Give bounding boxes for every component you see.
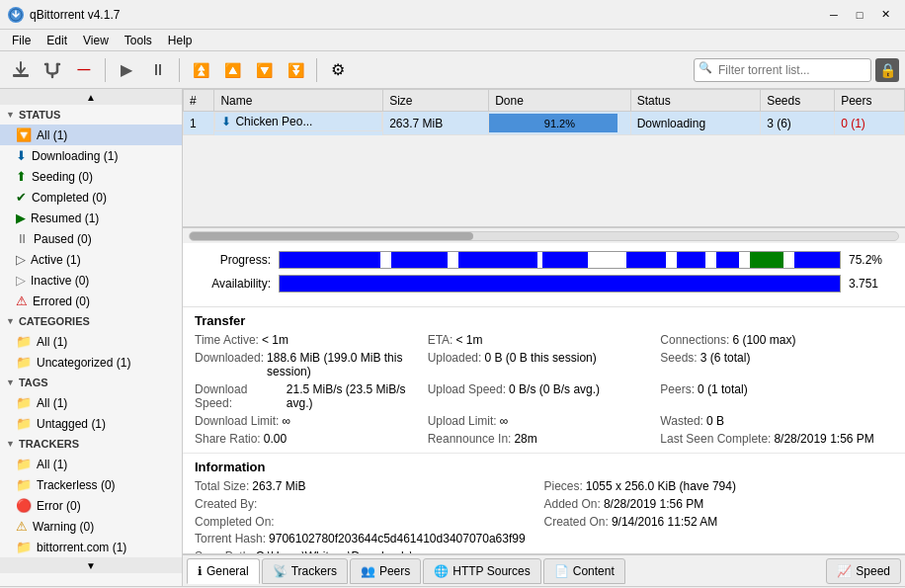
uncategorized-icon: 📁 — [16, 355, 32, 370]
horizontal-scrollbar[interactable] — [183, 227, 905, 243]
wasted-row: Wasted: 0 B — [660, 413, 893, 429]
col-size[interactable]: Size — [383, 90, 489, 112]
seeding-label: Seeding (0) — [32, 170, 93, 184]
ul-speed-label: Upload Speed: — [428, 382, 506, 396]
tags-section-header[interactable]: TAGS — [0, 373, 182, 392]
sidebar-item-tag-all[interactable]: 📁 All (1) — [0, 392, 182, 413]
options-button[interactable]: ⚙ — [323, 55, 353, 85]
add-magnet-button[interactable] — [38, 55, 67, 85]
dl-speed-value: 21.5 MiB/s (23.5 MiB/s avg.) — [287, 382, 428, 410]
inactive-label: Inactive (0) — [31, 274, 89, 288]
sidebar-item-all[interactable]: 🔽 All (1) — [0, 125, 182, 145]
hash-label: Torrent Hash: — [195, 532, 266, 546]
ul-speed-value: 0 B/s (0 B/s avg.) — [509, 382, 600, 396]
col-seeds[interactable]: Seeds — [761, 90, 835, 112]
tag-all-icon: 📁 — [16, 395, 32, 410]
seeds-label: Seeds: — [660, 351, 697, 365]
sidebar-item-trackerless[interactable]: 📁 Trackerless (0) — [0, 474, 182, 495]
hscroll-thumb[interactable] — [190, 232, 473, 240]
progress-label: Progress: — [195, 253, 279, 267]
sidebar-item-inactive[interactable]: ▷ Inactive (0) — [0, 270, 182, 291]
row-done: 91.2% — [489, 112, 631, 135]
torrent-list[interactable]: # Name Size Done Status Seeds Peers 1 ⬇ — [183, 89, 905, 227]
time-active-value: < 1m — [262, 333, 288, 347]
general-tab-icon: ℹ — [198, 564, 203, 578]
sidebar-item-paused[interactable]: ⏸ Paused (0) — [0, 228, 182, 249]
menu-help[interactable]: Help — [160, 32, 201, 49]
delete-button[interactable]: ─ — [69, 55, 99, 85]
tab-general[interactable]: ℹ General — [187, 558, 260, 584]
tracker-all-icon: 📁 — [16, 457, 32, 471]
sidebar-item-untagged[interactable]: 📁 Untagged (1) — [0, 413, 182, 434]
pause-button[interactable]: ⏸ — [143, 55, 173, 85]
info-title: Information — [195, 460, 893, 474]
pieces-value: 1055 x 256.0 KiB (have 794) — [586, 479, 736, 493]
toolbar-separator-1 — [105, 58, 106, 82]
status-section-header[interactable]: STATUS — [0, 105, 182, 125]
add-torrent-button[interactable] — [6, 55, 36, 85]
menu-file[interactable]: File — [4, 32, 39, 49]
tab-http-sources[interactable]: 🌐 HTTP Sources — [423, 558, 540, 584]
sidebar-item-tracker-error[interactable]: 🔴 Error (0) — [0, 495, 182, 516]
dl-limit-row: Download Limit: ∞ — [195, 413, 428, 429]
sidebar-item-downloading[interactable]: ⬇ Downloading (1) — [0, 145, 182, 166]
row-status: Downloading — [630, 112, 760, 135]
col-peers[interactable]: Peers — [835, 90, 905, 112]
info-section: Information Total Size: 263.7 MiB Pieces… — [183, 453, 905, 554]
trackers-section-header[interactable]: TRACKERS — [0, 434, 182, 454]
reannounce-value: 28m — [514, 432, 536, 446]
app-title: qBittorrent v4.1.7 — [30, 8, 822, 22]
sidebar-item-resumed[interactable]: ▶ Resumed (1) — [0, 208, 182, 228]
inactive-icon: ▷ — [16, 273, 26, 288]
move-down-button[interactable]: 🔽 — [249, 55, 279, 85]
col-done[interactable]: Done — [489, 90, 631, 112]
pieces-row: Pieces: 1055 x 256.0 KiB (have 794) — [544, 478, 894, 494]
tab-content[interactable]: 📄 Content — [543, 558, 625, 584]
sidebar-item-tracker-all[interactable]: 📁 All (1) — [0, 454, 182, 474]
http-sources-tab-icon: 🌐 — [434, 564, 449, 578]
main-area: ▲ STATUS 🔽 All (1) ⬇ Downloading (1) ⬆ S… — [0, 89, 905, 586]
sidebar-item-uncategorized[interactable]: 📁 Uncategorized (1) — [0, 352, 182, 373]
sidebar-item-tracker-warning[interactable]: ⚠ Warning (0) — [0, 516, 182, 537]
tracker-error-label: Error (0) — [37, 499, 81, 513]
table-row[interactable]: 1 ⬇ Chicken Peo... 263.7 MiB 91.2% Downl… — [184, 112, 905, 135]
move-top-button[interactable]: ⏫ — [186, 55, 215, 85]
created-on-label: Created On: — [544, 515, 609, 529]
move-up-button[interactable]: 🔼 — [217, 55, 247, 85]
menu-edit[interactable]: Edit — [39, 32, 75, 49]
sidebar-scroll-up[interactable]: ▲ — [0, 89, 182, 105]
speed-button[interactable]: 📈 Speed — [826, 558, 901, 584]
tab-peers[interactable]: 👥 Peers — [350, 558, 421, 584]
resume-button[interactable]: ▶ — [112, 55, 141, 85]
sidebar-item-bittorrent[interactable]: 📁 bittorrent.com (1) — [0, 537, 182, 557]
col-num[interactable]: # — [184, 90, 214, 112]
sidebar-item-cat-all[interactable]: 📁 All (1) — [0, 331, 182, 352]
tracker-warning-icon: ⚠ — [16, 519, 28, 534]
downloaded-row: Downloaded: 188.6 MiB (199.0 MiB this se… — [195, 350, 428, 379]
col-status[interactable]: Status — [630, 90, 760, 112]
col-name[interactable]: Name — [214, 90, 383, 112]
categories-section-header[interactable]: CATEGORIES — [0, 311, 182, 331]
active-label: Active (1) — [31, 253, 81, 267]
tags-header-label: TAGS — [19, 377, 48, 388]
sidebar-item-seeding[interactable]: ⬆ Seeding (0) — [0, 166, 182, 187]
search-input[interactable] — [694, 58, 871, 82]
maximize-button[interactable]: □ — [848, 5, 871, 25]
hash-row: Torrent Hash: 9706102780f203644c5d461410… — [195, 530, 893, 547]
sidebar-item-active[interactable]: ▷ Active (1) — [0, 249, 182, 270]
content-tab-icon: 📄 — [554, 564, 569, 578]
menu-view[interactable]: View — [75, 32, 117, 49]
close-button[interactable]: ✕ — [873, 5, 897, 25]
tab-trackers[interactable]: 📡 Trackers — [262, 558, 348, 584]
minimize-button[interactable]: ─ — [822, 5, 846, 25]
dl-limit-value: ∞ — [282, 414, 290, 428]
sidebar-item-errored[interactable]: ⚠ Errored (0) — [0, 291, 182, 311]
share-ratio-row: Share Ratio: 0.00 — [195, 431, 428, 447]
move-bottom-button[interactable]: ⏬ — [281, 55, 310, 85]
row-num: 1 — [184, 112, 214, 135]
sidebar-item-completed[interactable]: ✔ Completed (0) — [0, 187, 182, 208]
sidebar-scroll-down[interactable]: ▼ — [0, 557, 182, 573]
seeds-value: 3 (6 total) — [700, 351, 751, 365]
hscroll-track[interactable] — [189, 231, 899, 241]
menu-tools[interactable]: Tools — [117, 32, 160, 49]
